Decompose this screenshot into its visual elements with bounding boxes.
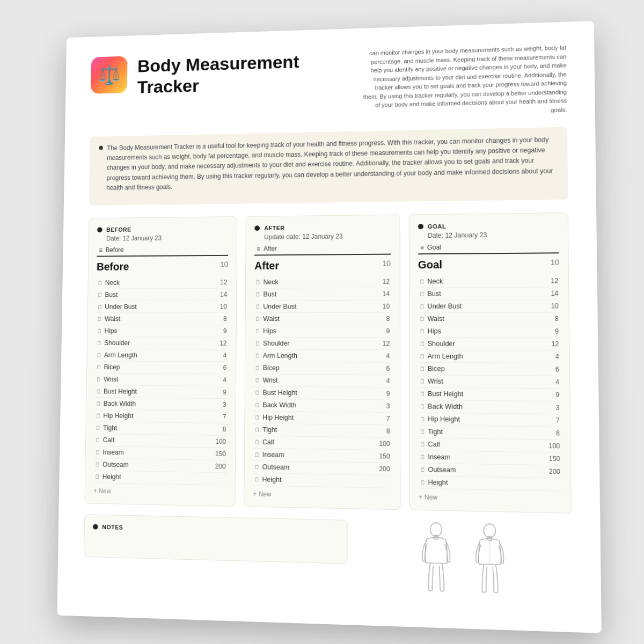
row-name: Waist: [427, 315, 444, 323]
row-name-cell[interactable]: 🗒Hips: [254, 325, 360, 337]
table-row: 🗒Arm Length4: [418, 350, 560, 363]
doc-icon: 🗒: [255, 291, 261, 297]
row-name-cell[interactable]: 🗒Bust: [254, 288, 360, 300]
after-table: 🗒Neck12🗒Bust14🗒Under Bust10🗒Waist8🗒Hips9…: [253, 276, 391, 488]
row-value-cell: 9: [360, 387, 391, 400]
row-name-cell[interactable]: 🗒Wrist: [95, 373, 197, 386]
row-name-cell[interactable]: 🗒Waist: [96, 313, 199, 325]
row-name-cell[interactable]: 🗒Bicep: [418, 362, 528, 376]
after-tab-label[interactable]: After: [264, 245, 277, 252]
row-name-cell[interactable]: 🗒Hip Height: [253, 411, 360, 425]
row-name-cell[interactable]: 🗒Height: [93, 471, 196, 485]
row-name-cell[interactable]: 🗒Height: [253, 473, 360, 488]
row-name-cell[interactable]: 🗒Outseam: [419, 463, 529, 478]
after-dot: [255, 225, 260, 231]
row-value-cell: 12: [198, 337, 228, 349]
row-name-cell[interactable]: 🗒Outseam: [253, 460, 360, 474]
row-name-cell[interactable]: 🗒Wrist: [254, 374, 360, 387]
row-value-cell: [360, 475, 391, 488]
row-name-cell[interactable]: 🗒Inseam: [419, 450, 529, 465]
row-name-cell[interactable]: 🗒Bicep: [254, 362, 360, 375]
row-name-cell[interactable]: 🗒Hips: [418, 325, 528, 338]
table-row: 🗒Wrist4: [254, 374, 391, 387]
row-name-cell[interactable]: 🗒Arm Length: [254, 349, 360, 362]
description-box: The Body Measurement Tracker is a useful…: [89, 127, 568, 206]
row-value-cell: 10: [198, 301, 228, 313]
body-diagrams: [356, 520, 572, 604]
row-name-cell[interactable]: 🗒Shoulder: [254, 337, 360, 349]
before-label: BEFORE: [106, 226, 131, 233]
table-row: 🗒Hip Height7: [419, 413, 561, 427]
table-row: 🗒Back Width3: [254, 399, 391, 413]
row-name-cell[interactable]: 🗒Waist: [418, 312, 528, 325]
row-name-cell[interactable]: 🗒Under Bust: [96, 301, 199, 313]
table-row: 🗒Bust14: [254, 288, 391, 301]
row-name-cell[interactable]: 🗒Calf: [419, 438, 529, 452]
row-name-cell[interactable]: 🗒Bicep: [95, 361, 197, 374]
before-table: 🗒Neck12🗒Bust14🗒Under Bust10🗒Waist8🗒Hips9…: [93, 276, 228, 485]
row-name-cell[interactable]: 🗒Inseam: [94, 446, 197, 460]
row-name-cell[interactable]: 🗒Hip Height: [419, 413, 529, 427]
doc-icon: 🗒: [95, 449, 101, 456]
row-name-cell[interactable]: 🗒Hip Height: [94, 409, 197, 423]
row-name-cell[interactable]: 🗒Tight: [419, 425, 529, 439]
svg-point-2: [484, 524, 495, 538]
doc-icon: 🗒: [254, 476, 260, 482]
goal-tab-label[interactable]: Goal: [427, 244, 441, 251]
row-name-cell[interactable]: 🗒Neck: [254, 276, 360, 288]
row-value-cell: 12: [528, 338, 560, 350]
row-name-cell[interactable]: 🗒Inseam: [253, 448, 360, 462]
doc-icon: 🗒: [419, 378, 425, 384]
before-tab-label[interactable]: Before: [106, 246, 124, 254]
row-value-cell: 8: [198, 313, 228, 325]
before-title-val: 10: [220, 260, 228, 269]
row-value-cell: 10: [360, 300, 391, 312]
row-name-cell[interactable]: 🗒Shoulder: [96, 337, 198, 349]
row-name-cell[interactable]: 🗒Outseam: [94, 458, 197, 472]
before-card: BEFORE Date: 12 January 23 ≡ Before Befo…: [84, 216, 237, 507]
row-name-cell[interactable]: 🗒Neck: [97, 276, 199, 289]
row-value-cell: 14: [528, 287, 560, 300]
doc-icon: 🗒: [97, 352, 103, 358]
row-value-cell: 4: [360, 350, 391, 362]
row-name-cell[interactable]: 🗒Arm Length: [96, 349, 198, 361]
row-name-cell[interactable]: 🗒Bust Height: [418, 387, 528, 401]
row-name-cell[interactable]: 🗒Calf: [253, 436, 360, 450]
row-name-cell[interactable]: 🗒Hips: [96, 325, 198, 337]
row-name-cell[interactable]: 🗒Tight: [94, 422, 197, 435]
row-name: Under Bust: [105, 303, 137, 311]
goal-add-new[interactable]: + New: [419, 493, 562, 504]
doc-icon: 🗒: [419, 303, 425, 310]
row-name-cell[interactable]: 🗒Height: [419, 476, 529, 491]
row-name-cell[interactable]: 🗒Back Width: [418, 400, 528, 413]
row-name-cell[interactable]: 🗒Under Bust: [254, 300, 360, 312]
row-name: Bicep: [263, 364, 280, 372]
table-row: 🗒Hips9: [254, 325, 391, 337]
after-table-title: After 10: [254, 259, 391, 272]
row-name-cell[interactable]: 🗒Bust Height: [95, 385, 197, 398]
row-name-cell[interactable]: 🗒Neck: [418, 275, 528, 288]
row-value-cell: 14: [198, 288, 228, 301]
header-desc: can monitor changes in your body measure…: [360, 43, 567, 119]
row-name-cell[interactable]: 🗒Calf: [94, 434, 197, 447]
row-name: Outseam: [428, 466, 456, 474]
row-name-cell[interactable]: 🗒Tight: [253, 423, 360, 437]
table-row: 🗒Under Bust10: [96, 301, 228, 313]
row-name-cell[interactable]: 🗒Bust: [96, 288, 198, 301]
doc-icon: 🗒: [420, 453, 426, 460]
table-row: 🗒Hip Height7: [253, 411, 391, 425]
row-value-cell: 9: [197, 386, 228, 398]
before-add-new[interactable]: + New: [93, 487, 226, 497]
row-name-cell[interactable]: 🗒Bust Height: [254, 386, 360, 400]
row-name-cell[interactable]: 🗒Bust: [418, 287, 528, 300]
after-add-new[interactable]: + New: [253, 490, 391, 500]
row-name-cell[interactable]: 🗒Arm Length: [418, 350, 528, 363]
row-name-cell[interactable]: 🗒Under Bust: [418, 300, 528, 313]
row-name-cell[interactable]: 🗒Shoulder: [418, 338, 528, 350]
table-row: 🗒Height: [93, 471, 226, 485]
row-name: Arm Length: [104, 352, 137, 359]
row-name-cell[interactable]: 🗒Back Width: [94, 397, 197, 410]
row-name-cell[interactable]: 🗒Back Width: [254, 399, 360, 412]
row-name-cell[interactable]: 🗒Wrist: [418, 375, 528, 389]
row-name-cell[interactable]: 🗒Waist: [254, 312, 360, 325]
